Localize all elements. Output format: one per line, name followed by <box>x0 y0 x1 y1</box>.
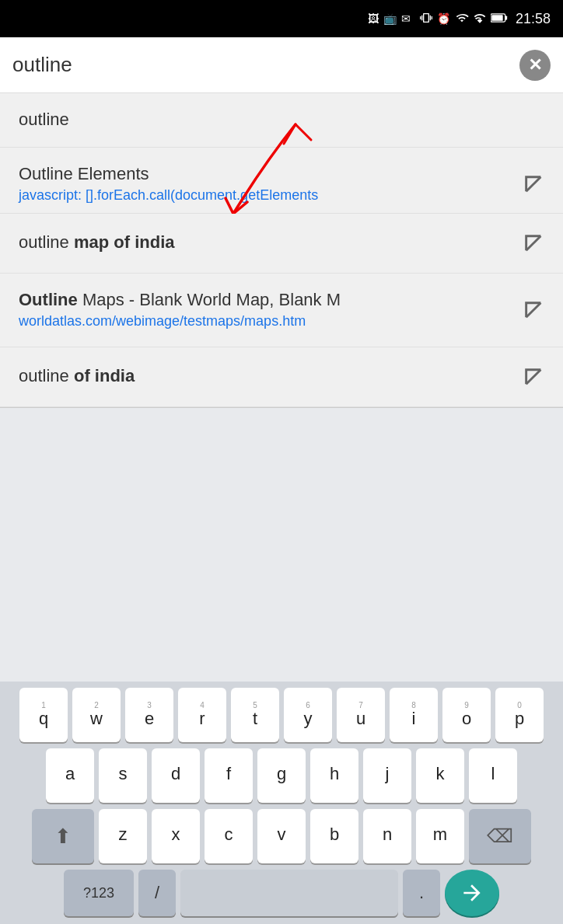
suggestion-item[interactable]: outline <box>0 93 563 148</box>
shift-icon: ⬆ <box>54 825 72 849</box>
suggestion-text: Outline Maps - Blank World Map, Blank M … <box>19 289 519 331</box>
shift-key[interactable]: ⬆ <box>32 809 94 863</box>
image-icon: 🖼 <box>368 12 379 25</box>
key-b[interactable]: b <box>310 809 358 863</box>
key-o[interactable]: 9 o <box>442 688 491 742</box>
slash-key[interactable]: / <box>138 870 176 916</box>
keyboard-row-4: ?123 / . <box>0 866 563 924</box>
bold-text: of india <box>74 366 135 385</box>
suggestion-item[interactable]: outline of india <box>0 347 563 407</box>
fill-arrow-icon <box>519 229 547 257</box>
key-q[interactable]: 1 q <box>19 688 68 742</box>
suggestion-text: outline <box>19 109 547 131</box>
suggestion-text: Outline Elements javascript: [].forEach.… <box>19 163 519 205</box>
alarm-icon: ⏰ <box>437 12 450 25</box>
enter-key[interactable] <box>445 870 499 916</box>
key-z[interactable]: z <box>99 809 147 863</box>
tv-icon: 📺 <box>383 12 397 25</box>
key-f[interactable]: f <box>205 748 253 803</box>
svg-line-4 <box>526 235 541 250</box>
status-time: 21:58 <box>516 11 551 27</box>
suggestion-title: Outline Maps - Blank World Map, Blank M <box>19 290 341 309</box>
key-p[interactable]: 0 p <box>495 688 544 742</box>
svg-rect-1 <box>491 15 502 21</box>
space-key[interactable] <box>180 870 398 916</box>
battery-icon <box>491 12 508 26</box>
search-input[interactable] <box>12 53 519 77</box>
key-s[interactable]: s <box>99 748 147 803</box>
period-key[interactable]: . <box>403 870 440 916</box>
keyboard: 1 q 2 w 3 e 4 r 5 t 6 y 7 u 8 i <box>0 682 563 924</box>
backspace-icon: ⌫ <box>487 825 513 847</box>
key-c[interactable]: c <box>205 809 253 863</box>
key-u[interactable]: 7 u <box>337 688 385 742</box>
vibrate-icon <box>420 12 432 26</box>
bold-text: map of india <box>74 232 175 252</box>
key-e[interactable]: 3 e <box>125 688 173 742</box>
suggestion-item[interactable]: outline map of india <box>0 214 563 274</box>
key-m[interactable]: m <box>416 809 464 863</box>
fill-arrow-icon <box>519 363 547 391</box>
enter-icon <box>460 880 484 905</box>
svg-rect-2 <box>505 16 508 19</box>
key-d[interactable]: d <box>152 748 200 803</box>
wifi-icon <box>455 12 469 26</box>
svg-line-5 <box>526 302 541 317</box>
suggestion-text: outline of india <box>19 365 519 388</box>
key-n[interactable]: n <box>363 809 411 863</box>
suggestions-list: outline Outline Elements javascript: [].… <box>0 93 563 408</box>
key-v[interactable]: v <box>257 809 306 863</box>
key-i[interactable]: 8 i <box>390 688 438 742</box>
period-label: . <box>419 883 424 903</box>
numbers-label: ?123 <box>83 885 114 901</box>
mail-icon: ✉ <box>401 12 411 25</box>
key-l[interactable]: l <box>469 748 517 803</box>
suggestion-text: outline map of india <box>19 232 519 254</box>
backspace-key[interactable]: ⌫ <box>469 809 531 863</box>
suggestion-subtitle: worldatlas.com/webimage/testmaps/maps.ht… <box>19 312 519 330</box>
status-icons: 🖼 📺 ✉ ⏰ 21:58 <box>368 11 551 27</box>
fill-arrow-icon <box>519 296 547 324</box>
svg-line-3 <box>526 176 541 191</box>
clear-button[interactable]: ✕ <box>519 50 551 81</box>
numbers-key[interactable]: ?123 <box>64 870 134 916</box>
key-w[interactable]: 2 w <box>72 688 121 742</box>
fill-arrow-icon <box>519 170 547 198</box>
suggestion-subtitle: javascript: [].forEach.call(document.get… <box>19 187 519 204</box>
key-t[interactable]: 5 t <box>231 688 279 742</box>
keyboard-row-2: a s d f g h j k l <box>0 745 563 806</box>
slash-label: / <box>155 883 159 903</box>
search-bar: ✕ <box>0 37 563 93</box>
key-y[interactable]: 6 y <box>284 688 332 742</box>
suggestion-title: Outline Elements <box>19 164 149 183</box>
suggestion-item[interactable]: Outline Maps - Blank World Map, Blank M … <box>0 274 563 347</box>
clear-icon: ✕ <box>528 57 542 74</box>
keyboard-row-3: ⬆ z x c v b n m ⌫ <box>0 806 563 866</box>
key-a[interactable]: a <box>46 748 94 803</box>
signal-icon <box>474 12 486 26</box>
key-g[interactable]: g <box>257 748 306 803</box>
key-j[interactable]: j <box>363 748 411 803</box>
keyboard-row-1: 1 q 2 w 3 e 4 r 5 t 6 y 7 u 8 i <box>0 682 563 745</box>
key-k[interactable]: k <box>416 748 464 803</box>
status-bar: 🖼 📺 ✉ ⏰ 21:58 <box>0 0 563 37</box>
suggestion-item[interactable]: Outline Elements javascript: [].forEach.… <box>0 148 563 214</box>
svg-line-6 <box>526 369 541 384</box>
key-h[interactable]: h <box>310 748 358 803</box>
key-x[interactable]: x <box>152 809 200 863</box>
key-r[interactable]: 4 r <box>178 688 226 742</box>
